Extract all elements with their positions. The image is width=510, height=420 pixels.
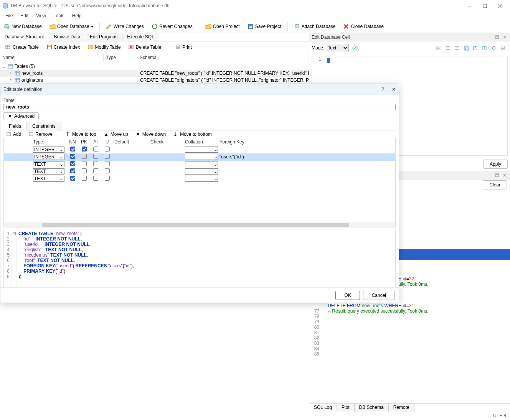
open-database-button[interactable]: Open Database▾ (46, 22, 96, 31)
revert-changes-button[interactable]: Revert Changes (149, 22, 196, 31)
minimize-button[interactable] (462, 0, 477, 11)
tree-table-originators[interactable]: ›originators CREATE TABLE "originators" … (0, 77, 309, 84)
svg-rect-29 (15, 78, 20, 82)
tab-db-schema[interactable]: DB Schema (355, 404, 389, 412)
menu-edit[interactable]: Edit (17, 12, 32, 19)
close-database-icon (343, 23, 349, 30)
svg-rect-35 (436, 46, 441, 50)
create-table-icon (5, 44, 12, 50)
editor-gutter: 1 (312, 56, 323, 62)
null-icon[interactable] (490, 44, 497, 51)
svg-point-48 (492, 46, 495, 49)
write-changes-button[interactable]: Write Changes (103, 22, 147, 31)
edit-cell-panel-header: Edit Database Cell ✕ (309, 33, 510, 41)
cell-mode-row: Mode: Text (309, 41, 510, 54)
justify-left-icon[interactable] (444, 44, 451, 51)
delete-table-button[interactable]: Delete Table (126, 43, 164, 51)
menu-bar: File Edit View Tools Help (0, 12, 510, 20)
mode-select[interactable]: Text (326, 44, 349, 52)
svg-rect-12 (295, 25, 299, 28)
attach-database-button[interactable]: Attach Database (291, 22, 339, 31)
status-bar: UTF-8 (0, 412, 510, 420)
attach-database-icon (294, 23, 300, 30)
panel-close-icon[interactable]: ✕ (502, 173, 508, 178)
table-icon (15, 77, 20, 83)
clear-log-button[interactable]: Clear (483, 180, 507, 189)
menu-file[interactable]: File (2, 12, 17, 19)
encoding-label: UTF-8 (493, 413, 506, 418)
import-icon[interactable] (481, 44, 488, 51)
save-project-button[interactable]: Save Project (244, 22, 284, 31)
chevron-right-icon[interactable]: › (8, 77, 13, 83)
log-panel-header: ✕ (309, 171, 510, 180)
col-schema[interactable]: Schema (137, 53, 309, 62)
editor-cursor (327, 58, 330, 63)
new-database-icon: + (4, 23, 10, 30)
col-type[interactable]: Type (104, 53, 137, 62)
open-database-icon (50, 23, 56, 30)
export-icon[interactable] (472, 44, 479, 51)
table-icon (15, 71, 20, 76)
open-db-dropdown-icon[interactable]: ▾ (91, 24, 93, 29)
tab-remote[interactable]: Remote (389, 404, 414, 412)
tab-edit-pragmas[interactable]: Edit Pragmas (85, 33, 122, 41)
justify-right-icon[interactable] (454, 44, 460, 51)
svg-rect-15 (6, 45, 10, 49)
create-index-icon (46, 44, 53, 50)
svg-text:+: + (8, 25, 10, 30)
chevron-right-icon[interactable]: › (8, 71, 13, 76)
col-name[interactable]: Name (0, 53, 104, 62)
tab-plot[interactable]: Plot (337, 404, 355, 412)
sql-log[interactable]: 777879808182838485 has 5 columns but 4 v… (309, 190, 510, 403)
format-icon[interactable] (352, 44, 358, 51)
menu-tools[interactable]: Tools (50, 12, 68, 19)
print-button[interactable]: Print (173, 43, 194, 51)
mode-label: Mode: (312, 45, 324, 51)
write-changes-icon (106, 23, 112, 30)
panel-undock-icon[interactable] (494, 173, 500, 178)
text-mode-icon[interactable] (435, 44, 442, 51)
panel-close-icon[interactable]: ✕ (502, 35, 508, 40)
tree-tables-node[interactable]: ⌄Tables (5) (0, 63, 309, 70)
svg-rect-50 (502, 46, 504, 48)
menu-view[interactable]: View (32, 12, 50, 19)
svg-rect-10 (249, 26, 252, 28)
create-index-button[interactable]: Create Index (44, 43, 83, 51)
main-toolbar: +New Database Open Database▾ Write Chang… (0, 20, 510, 33)
cell-editor[interactable]: 1 (312, 56, 508, 156)
new-database-button[interactable]: +New Database (1, 22, 45, 31)
print-cell-icon[interactable] (500, 44, 507, 51)
modify-table-button[interactable]: Modify Table (86, 43, 123, 51)
bottom-tabs: SQL Log Plot DB Schema Remote (309, 403, 510, 412)
open-project-button[interactable]: Open Project (202, 22, 243, 31)
chevron-down-icon[interactable]: ⌄ (2, 64, 6, 69)
tab-browse-data[interactable]: Browse Data (49, 33, 85, 41)
svg-rect-45 (465, 47, 469, 50)
maximize-button[interactable] (477, 0, 492, 11)
svg-rect-23 (177, 45, 179, 47)
svg-rect-24 (8, 64, 13, 68)
structure-toolbar: Create Table Create Index Modify Table D… (0, 41, 309, 53)
revert-changes-icon (152, 23, 158, 30)
app-icon (2, 3, 8, 9)
delete-table-icon (129, 44, 135, 50)
close-window-button[interactable] (492, 0, 508, 11)
close-database-button[interactable]: Close Database (340, 22, 386, 31)
window-title: DB Browser for SQLite - C:\Users\johnw\s… (11, 3, 170, 8)
main-tabs: Database Structure Browse Data Edit Prag… (0, 33, 309, 41)
tab-execute-sql[interactable]: Execute SQL (122, 33, 159, 41)
create-table-button[interactable]: Create Table (3, 43, 41, 51)
title-bar: DB Browser for SQLite - C:\Users\johnw\s… (0, 0, 510, 12)
tree-table-new_roots[interactable]: ›new_roots CREATE TABLE "new_roots" ( "i… (0, 70, 309, 77)
menu-help[interactable]: Help (68, 12, 86, 19)
copy-icon[interactable] (463, 44, 470, 51)
apply-button[interactable]: Apply (483, 160, 508, 169)
save-project-icon (248, 23, 254, 30)
print-icon (175, 44, 181, 50)
panel-undock-icon[interactable] (494, 35, 500, 40)
tab-sql-log[interactable]: SQL Log (309, 404, 337, 412)
open-project-icon (205, 23, 211, 30)
svg-rect-2 (483, 4, 487, 8)
tables-tree: ⌄Tables (5) ›new_roots CREATE TABLE "new… (0, 62, 309, 84)
tab-database-structure[interactable]: Database Structure (0, 33, 49, 41)
